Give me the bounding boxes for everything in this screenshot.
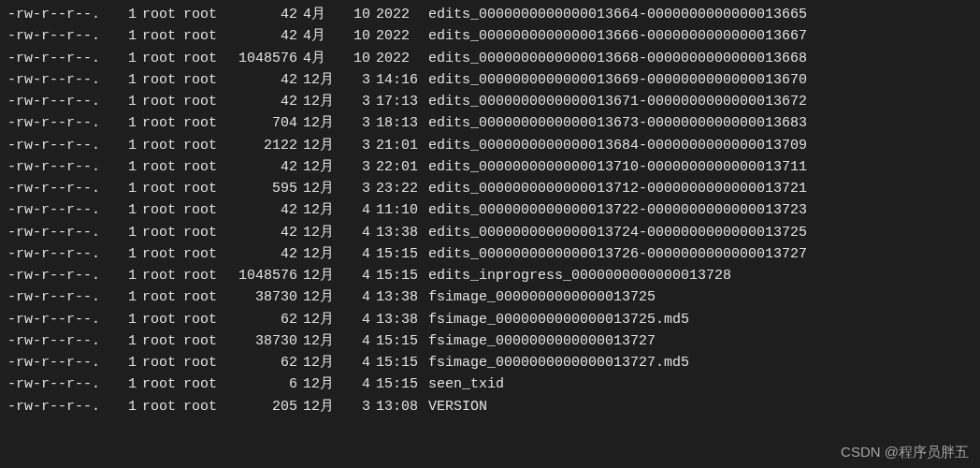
file-size: 62	[230, 352, 297, 373]
file-time: 13:38	[370, 309, 423, 330]
file-name: fsimage_0000000000000013725.md5	[423, 309, 689, 330]
file-group: root	[183, 69, 230, 91]
file-links: 1	[120, 330, 137, 352]
file-size: 42	[230, 91, 297, 112]
file-row: -rw-r--r--.1rootroot4212月415:15edits_000…	[7, 243, 973, 265]
file-owner: root	[137, 373, 183, 395]
file-day: 4	[340, 222, 370, 243]
file-size: 6	[230, 373, 297, 395]
file-time: 15:15	[370, 373, 423, 395]
file-permissions: -rw-r--r--.	[7, 4, 120, 25]
file-owner: root	[137, 4, 183, 25]
file-owner: root	[137, 352, 183, 373]
file-time: 17:13	[370, 91, 423, 112]
file-row: -rw-r--r--.1rootroot4212月411:10edits_000…	[7, 199, 973, 221]
file-size: 595	[230, 178, 297, 199]
file-time: 15:15	[370, 243, 423, 265]
file-month: 12月	[297, 135, 340, 156]
file-size: 704	[230, 112, 297, 134]
file-time: 21:01	[370, 135, 423, 156]
file-month: 4月	[297, 25, 340, 47]
file-links: 1	[120, 373, 137, 395]
file-size: 205	[230, 396, 297, 417]
file-month: 12月	[297, 199, 340, 221]
file-group: root	[183, 373, 230, 395]
file-group: root	[183, 243, 230, 265]
file-permissions: -rw-r--r--.	[7, 373, 120, 395]
file-month: 4月	[297, 4, 340, 25]
file-links: 1	[120, 135, 137, 156]
file-links: 1	[120, 178, 137, 199]
file-owner: root	[137, 265, 183, 286]
file-links: 1	[120, 91, 137, 112]
file-row: -rw-r--r--.1rootroot59512月323:22edits_00…	[7, 178, 973, 199]
file-day: 4	[340, 265, 370, 286]
file-row: -rw-r--r--.1rootroot424月102022edits_0000…	[7, 4, 973, 25]
file-name: fsimage_0000000000000013727	[423, 330, 656, 352]
file-group: root	[183, 309, 230, 330]
file-size: 42	[230, 222, 297, 243]
file-size: 62	[230, 309, 297, 330]
file-day: 10	[340, 25, 370, 47]
file-row: -rw-r--r--.1rootroot3873012月415:15fsimag…	[7, 330, 973, 352]
file-month: 12月	[297, 330, 340, 352]
file-time: 13:38	[370, 286, 423, 308]
file-group: root	[183, 156, 230, 178]
file-links: 1	[120, 48, 137, 69]
file-size: 42	[230, 69, 297, 91]
file-owner: root	[137, 135, 183, 156]
file-row: -rw-r--r--.1rootroot4212月322:01edits_000…	[7, 156, 973, 178]
file-owner: root	[137, 309, 183, 330]
file-owner: root	[137, 178, 183, 199]
file-links: 1	[120, 309, 137, 330]
file-owner: root	[137, 112, 183, 134]
file-month: 12月	[297, 178, 340, 199]
file-permissions: -rw-r--r--.	[7, 135, 120, 156]
file-group: root	[183, 112, 230, 134]
file-name: edits_0000000000000013671-00000000000000…	[423, 91, 807, 112]
file-owner: root	[137, 91, 183, 112]
file-name: edits_0000000000000013724-00000000000000…	[423, 222, 807, 243]
file-name: fsimage_0000000000000013725	[423, 286, 656, 308]
file-group: root	[183, 286, 230, 308]
file-day: 4	[340, 286, 370, 308]
file-time: 13:08	[370, 396, 423, 417]
file-time: 23:22	[370, 178, 423, 199]
file-group: root	[183, 178, 230, 199]
file-group: root	[183, 222, 230, 243]
file-month: 12月	[297, 396, 340, 417]
file-links: 1	[120, 352, 137, 373]
file-permissions: -rw-r--r--.	[7, 222, 120, 243]
file-owner: root	[137, 199, 183, 221]
file-name: seen_txid	[423, 373, 504, 395]
file-links: 1	[120, 265, 137, 286]
file-name: edits_0000000000000013664-00000000000000…	[423, 4, 807, 25]
file-time: 15:15	[370, 352, 423, 373]
file-size: 38730	[230, 286, 297, 308]
file-links: 1	[120, 396, 137, 417]
file-links: 1	[120, 25, 137, 47]
file-permissions: -rw-r--r--.	[7, 91, 120, 112]
file-row: -rw-r--r--.1rootroot10485764月102022edits…	[7, 48, 973, 69]
file-day: 3	[340, 69, 370, 91]
file-day: 3	[340, 112, 370, 134]
file-time: 22:01	[370, 156, 423, 178]
file-row: -rw-r--r--.1rootroot212212月321:01edits_0…	[7, 135, 973, 156]
file-month: 12月	[297, 222, 340, 243]
file-time: 11:10	[370, 199, 423, 221]
file-group: root	[183, 330, 230, 352]
file-month: 12月	[297, 69, 340, 91]
file-group: root	[183, 396, 230, 417]
terminal-output: -rw-r--r--.1rootroot424月102022edits_0000…	[7, 4, 973, 417]
file-day: 4	[340, 330, 370, 352]
file-time: 13:38	[370, 222, 423, 243]
file-size: 1048576	[230, 48, 297, 69]
file-name: VERSION	[423, 396, 487, 417]
file-links: 1	[120, 243, 137, 265]
file-permissions: -rw-r--r--.	[7, 243, 120, 265]
file-size: 42	[230, 243, 297, 265]
file-day: 3	[340, 396, 370, 417]
watermark-text: CSDN @程序员胖五	[841, 441, 969, 462]
file-row: -rw-r--r--.1rootroot4212月317:13edits_000…	[7, 91, 973, 112]
file-links: 1	[120, 112, 137, 134]
